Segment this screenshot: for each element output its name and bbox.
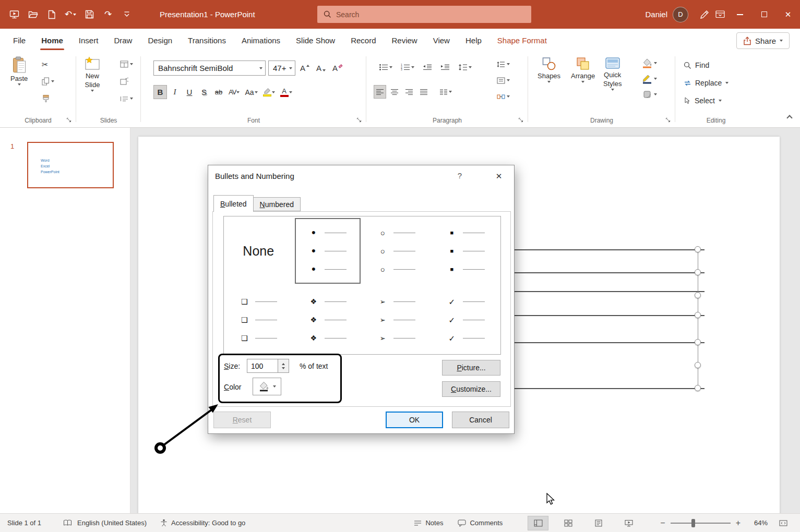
chevron-down-icon[interactable]: [411, 66, 414, 68]
font-color-button[interactable]: A: [278, 85, 294, 99]
size-input[interactable]: [247, 359, 278, 373]
tab-view[interactable]: View: [425, 29, 458, 52]
normal-view-button[interactable]: [528, 516, 548, 530]
ok-button[interactable]: OK: [386, 412, 443, 428]
tab-insert[interactable]: Insert: [71, 29, 106, 52]
chevron-down-icon[interactable]: [507, 63, 510, 65]
clear-formatting-button[interactable]: A: [330, 61, 344, 75]
arrange-button[interactable]: Arrange: [571, 56, 595, 83]
chevron-down-icon[interactable]: [289, 91, 292, 93]
bullets-button[interactable]: [377, 61, 395, 74]
pen-tools-icon[interactable]: [697, 7, 712, 22]
copy-button[interactable]: [42, 76, 54, 87]
reset-slide-button[interactable]: [120, 76, 133, 87]
chevron-down-icon[interactable]: [289, 67, 292, 69]
chevron-down-icon[interactable]: [654, 93, 657, 95]
chevron-down-icon[interactable]: [273, 385, 276, 388]
chevron-down-icon[interactable]: [130, 63, 133, 65]
bullet-option-none[interactable]: None: [224, 216, 293, 285]
new-file-icon[interactable]: [44, 7, 59, 22]
selection-handle[interactable]: [695, 339, 701, 345]
avatar[interactable]: D: [673, 7, 688, 22]
bullet-option-checkmark[interactable]: ✓ ✓ ✓: [432, 285, 501, 354]
chevron-down-icon[interactable]: [654, 78, 657, 80]
text-shadow-button[interactable]: S: [197, 85, 211, 99]
bullet-option-diamond[interactable]: ❖ ❖ ❖: [293, 285, 363, 354]
search-input[interactable]: [336, 10, 508, 19]
decrease-indent-button[interactable]: [421, 61, 434, 74]
picture-button[interactable]: Picture...: [442, 360, 500, 376]
chevron-down-icon[interactable]: [259, 67, 262, 69]
chevron-down-icon[interactable]: [654, 62, 657, 64]
chevron-down-icon[interactable]: [611, 89, 614, 91]
select-button[interactable]: Select: [684, 94, 729, 107]
maximize-button[interactable]: [752, 0, 776, 29]
bullet-option-hollow-square[interactable]: ❑ ❑ ❑: [224, 285, 293, 354]
tab-help[interactable]: Help: [458, 29, 489, 52]
dialog-close-button[interactable]: ✕: [491, 170, 507, 183]
chevron-down-icon[interactable]: [469, 66, 472, 68]
slide-sorter-view-button[interactable]: [558, 516, 579, 530]
format-painter-button[interactable]: [42, 93, 54, 104]
quick-styles-button[interactable]: Quick Styles: [603, 56, 622, 91]
customize-button[interactable]: Customize...: [442, 381, 500, 397]
tab-record[interactable]: Record: [343, 29, 384, 52]
line-spacing-button[interactable]: [456, 61, 474, 74]
chevron-down-icon[interactable]: [719, 100, 722, 102]
comments-button[interactable]: Comments: [458, 519, 503, 527]
shapes-button[interactable]: Shapes: [538, 56, 560, 83]
share-button[interactable]: Share: [736, 32, 790, 49]
tab-slide-show[interactable]: Slide Show: [288, 29, 343, 52]
chevron-down-icon[interactable]: [236, 91, 240, 93]
chevron-down-icon[interactable]: [780, 40, 783, 42]
bullet-option-filled-square[interactable]: ■ ■ ■: [432, 216, 501, 285]
tab-numbered[interactable]: Numbered: [254, 197, 301, 211]
section-button[interactable]: [120, 93, 133, 104]
align-right-button[interactable]: [403, 85, 415, 99]
bullet-option-filled-round[interactable]: • • •: [293, 216, 363, 285]
chevron-down-icon[interactable]: [255, 91, 258, 93]
chevron-down-icon[interactable]: [51, 80, 54, 82]
tab-shape-format[interactable]: Shape Format: [489, 29, 555, 52]
cancel-button[interactable]: Cancel: [452, 412, 509, 428]
selection-handle[interactable]: [695, 292, 701, 298]
shape-outline-button[interactable]: [642, 73, 657, 84]
text-direction-button[interactable]: [497, 58, 510, 70]
justify-button[interactable]: [417, 85, 430, 99]
increase-font-size-button[interactable]: A: [298, 61, 312, 75]
convert-to-smartart-button[interactable]: [497, 91, 510, 102]
tab-draw[interactable]: Draw: [106, 29, 140, 52]
text-highlight-color-button[interactable]: [261, 85, 277, 99]
tab-design[interactable]: Design: [140, 29, 180, 52]
align-text-button[interactable]: [497, 75, 510, 86]
zoom-level[interactable]: 64%: [748, 519, 768, 527]
slide-1-thumbnail[interactable]: Word Excel PowerPoint: [27, 142, 114, 188]
spell-check-button[interactable]: [63, 519, 72, 526]
collapse-ribbon-button[interactable]: [787, 113, 792, 122]
redo-icon[interactable]: ↷: [100, 7, 116, 22]
tab-animations[interactable]: Animations: [234, 29, 288, 52]
new-slide-button[interactable]: New Slide: [85, 56, 100, 92]
selection-handle[interactable]: [695, 385, 701, 391]
chevron-down-icon[interactable]: [507, 95, 510, 98]
paste-button[interactable]: Paste: [10, 56, 28, 86]
paragraph-dialog-launcher[interactable]: [518, 117, 524, 123]
selection-handle[interactable]: [695, 269, 701, 275]
change-case-button[interactable]: Aa: [243, 85, 259, 99]
chevron-down-icon[interactable]: [18, 83, 21, 86]
bullet-option-arrow[interactable]: ➢ ➢ ➢: [362, 285, 432, 354]
underline-button[interactable]: U: [183, 85, 196, 99]
font-size-combobox[interactable]: 47+: [268, 61, 295, 76]
cut-button[interactable]: ✂: [42, 58, 54, 70]
close-window-button[interactable]: ✕: [776, 0, 800, 29]
reading-view-button[interactable]: [588, 516, 609, 530]
dialog-help-button[interactable]: ?: [453, 171, 466, 180]
chevron-down-icon[interactable]: [449, 91, 452, 93]
save-icon[interactable]: [81, 7, 97, 22]
tab-transitions[interactable]: Transitions: [180, 29, 234, 52]
customize-quick-access-icon[interactable]: [119, 7, 135, 22]
tab-home[interactable]: Home: [33, 29, 71, 52]
language-button[interactable]: English (United States): [77, 519, 147, 527]
notes-button[interactable]: Notes: [414, 519, 443, 527]
chevron-down-icon[interactable]: [581, 81, 584, 83]
